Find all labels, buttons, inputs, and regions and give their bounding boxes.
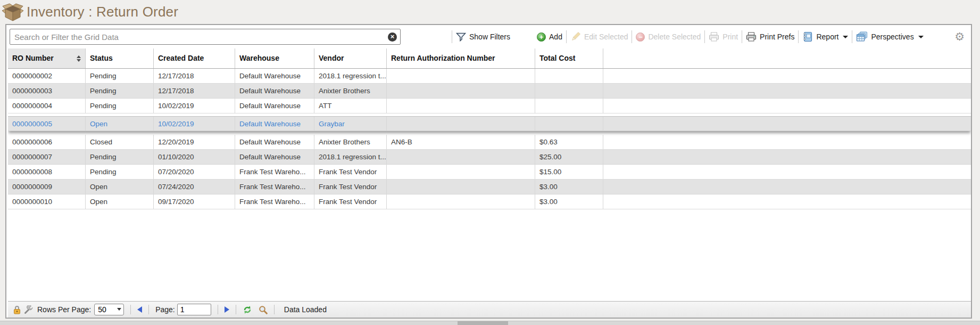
cell-ro: 0000000010 xyxy=(8,194,86,209)
print-label: Print xyxy=(722,32,738,41)
cell-filler xyxy=(603,84,971,98)
print-prefs-button[interactable]: Print Prefs xyxy=(742,29,798,45)
grid-toolbar: × Show Filters + Add xyxy=(6,25,971,48)
cell-ro: 0000000007 xyxy=(8,150,86,164)
add-button[interactable]: + Add xyxy=(533,29,566,45)
table-row[interactable]: 0000000004Pending10/02/2019Default Wareh… xyxy=(8,99,971,113)
footer-divider xyxy=(236,305,236,314)
grid-body: 0000000002Pending12/17/2018Default Wareh… xyxy=(8,69,971,301)
footer-divider xyxy=(148,305,149,314)
previous-page-icon[interactable] xyxy=(137,306,142,313)
column-label: Status xyxy=(90,48,153,68)
cell-ro[interactable]: 0000000005 xyxy=(8,117,86,131)
cell-warehouse: Frank Test Wareho... xyxy=(235,180,314,194)
cell-cost xyxy=(535,99,603,113)
page-number-input[interactable] xyxy=(177,304,211,315)
next-page-icon[interactable] xyxy=(225,306,229,313)
cell-created[interactable]: 10/02/2019 xyxy=(154,117,235,131)
search-magnifier-icon[interactable] xyxy=(259,305,268,314)
print-button[interactable]: Print xyxy=(705,29,742,45)
cell-ro: 0000000006 xyxy=(8,135,86,149)
cell-vendor: Anixter Brothers xyxy=(314,135,387,149)
filter-funnel-icon xyxy=(456,32,466,42)
column-header-created-date[interactable]: Created Date xyxy=(154,48,235,68)
cell-filler xyxy=(603,165,971,179)
open-box-icon xyxy=(2,2,23,22)
printer-icon xyxy=(746,32,757,42)
search-input[interactable] xyxy=(10,29,401,45)
cell-vendor: Frank Test Vendor xyxy=(314,165,387,179)
grid-status-text: Data Loaded xyxy=(284,305,327,314)
cell-cost xyxy=(535,69,603,83)
cell-ran xyxy=(387,180,535,194)
perspectives-dropdown-button[interactable]: Perspectives xyxy=(852,29,927,45)
table-row[interactable]: 0000000008Pending07/20/2020Frank Test Wa… xyxy=(8,165,971,180)
cell-vendor: 2018.1 regression t... xyxy=(314,150,387,164)
cell-status[interactable]: Open xyxy=(86,117,154,131)
wrench-icon[interactable] xyxy=(24,305,33,314)
edit-selected-button[interactable]: Edit Selected xyxy=(567,29,632,45)
table-row[interactable]: 0000000003Pending12/17/2018Default Wareh… xyxy=(8,84,971,99)
perspectives-stack-icon xyxy=(856,31,868,42)
cell-warehouse[interactable]: Default Warehouse xyxy=(235,117,314,131)
table-row[interactable]: 0000000006Closed12/20/2019Default Wareho… xyxy=(8,135,971,150)
rows-per-page-label: Rows Per Page: xyxy=(37,305,91,314)
rows-per-page-select[interactable]: 50 xyxy=(94,304,124,315)
column-label: Total Cost xyxy=(539,48,603,68)
table-row[interactable]: 0000000007Pending01/10/2020Default Wareh… xyxy=(8,150,971,165)
gear-icon[interactable]: ⚙ xyxy=(954,31,966,43)
page-label: Page: xyxy=(155,305,175,314)
cell-created: 12/17/2018 xyxy=(154,69,235,83)
cell-vendor[interactable]: Graybar xyxy=(314,117,387,131)
cell-created: 12/17/2018 xyxy=(154,84,235,98)
cell-cost: $0.63 xyxy=(535,135,603,149)
cell-ran xyxy=(387,69,535,83)
edit-selected-label: Edit Selected xyxy=(584,32,628,41)
cell-ro: 0000000009 xyxy=(8,180,86,194)
table-row[interactable]: 0000000009Open07/24/2020Frank Test Wareh… xyxy=(8,180,971,194)
cell-cost xyxy=(535,84,603,98)
cell-vendor: Frank Test Vendor xyxy=(314,194,387,209)
cell-cost: $15.00 xyxy=(535,165,603,179)
table-row[interactable]: 0000000002Pending12/17/2018Default Wareh… xyxy=(8,69,971,84)
clear-search-button[interactable]: × xyxy=(388,32,397,42)
cell-warehouse: Default Warehouse xyxy=(235,69,314,83)
search-box: × xyxy=(10,29,401,45)
cell-cost[interactable] xyxy=(535,117,603,131)
print-prefs-label: Print Prefs xyxy=(760,32,794,41)
cell-created: 12/20/2019 xyxy=(154,135,235,149)
cell-created: 01/10/2020 xyxy=(154,150,235,164)
scrollbar-thumb[interactable] xyxy=(458,321,508,325)
footer-divider xyxy=(218,305,218,314)
lock-icon[interactable] xyxy=(13,305,21,314)
column-header-warehouse[interactable]: Warehouse xyxy=(235,48,314,68)
add-plus-icon: + xyxy=(537,32,546,42)
cell-warehouse: Frank Test Wareho... xyxy=(235,194,314,209)
chevron-down-icon xyxy=(918,36,924,38)
column-header-total-cost[interactable]: Total Cost xyxy=(535,48,603,68)
sort-arrows-icon xyxy=(77,55,81,62)
refresh-icon[interactable] xyxy=(243,305,252,314)
table-row[interactable]: 0000000005Open10/02/2019Default Warehous… xyxy=(8,116,971,131)
column-header-vendor[interactable]: Vendor xyxy=(314,48,387,68)
table-row[interactable]: 0000000010Open09/17/2020Frank Test Wareh… xyxy=(8,194,971,209)
printer-icon xyxy=(709,32,719,42)
cell-ran: AN6-B xyxy=(387,135,535,149)
cell-cost: $25.00 xyxy=(535,150,603,164)
column-header-ro-number[interactable]: RO Number xyxy=(8,48,86,68)
delete-selected-button[interactable]: − Delete Selected xyxy=(632,29,704,45)
column-header-return-authorization-number[interactable]: Return Authorization Number xyxy=(387,48,535,68)
column-header-filler xyxy=(603,48,971,68)
column-label: Return Authorization Number xyxy=(391,48,535,68)
cell-vendor: ATT xyxy=(314,99,387,113)
cell-ran xyxy=(387,84,535,98)
column-header-status[interactable]: Status xyxy=(86,48,154,68)
horizontal-scrollbar[interactable] xyxy=(0,321,980,325)
delete-selected-label: Delete Selected xyxy=(648,32,701,41)
show-filters-button[interactable]: Show Filters xyxy=(452,29,514,45)
cell-status: Pending xyxy=(86,84,154,98)
report-dropdown-button[interactable]: Report xyxy=(799,29,852,45)
cell-ran[interactable] xyxy=(387,117,535,131)
page-header: Inventory : Return Order xyxy=(0,0,980,24)
footer-divider xyxy=(274,305,275,314)
